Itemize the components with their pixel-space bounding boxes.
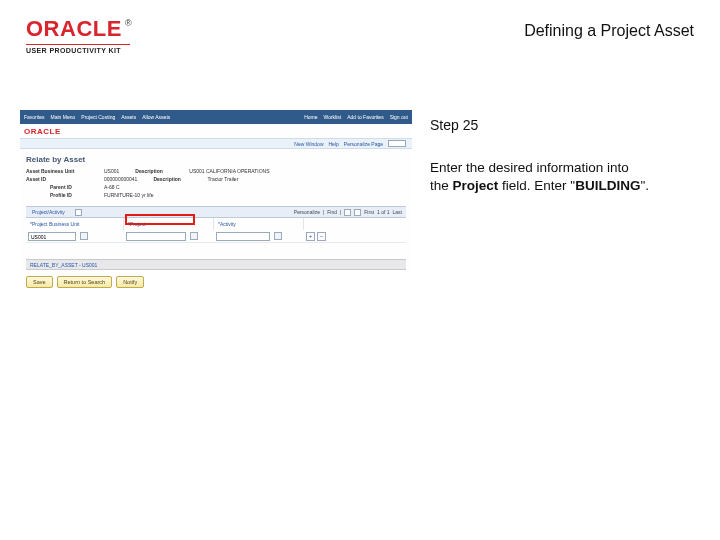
label-parent-id: Parent ID	[26, 184, 104, 190]
grid-tab-project-activity[interactable]: Project/Activity	[26, 209, 71, 215]
step-label: Step 25	[430, 117, 692, 133]
col-project-bu[interactable]: *Project Business Unit	[26, 218, 124, 230]
instr-line2e: ".	[640, 178, 649, 193]
oracle-mini-wordmark: ORACLE	[24, 127, 61, 136]
grid-last[interactable]: Last	[393, 209, 402, 215]
section-title: Relate by Asset	[26, 155, 406, 164]
label-asset-id: Asset ID	[26, 176, 104, 182]
nav-home[interactable]: Home	[304, 114, 317, 120]
grid-range: 1 of 1	[377, 209, 390, 215]
oracle-wordmark: ORACLE	[26, 16, 122, 42]
label-profile-id: Profile ID	[26, 192, 104, 198]
grid-personalize-link[interactable]: Personalize	[294, 209, 320, 215]
value-desc-2: Tractor Trailer	[207, 176, 238, 182]
product-line: USER PRODUCTIVITY KIT	[26, 44, 130, 54]
nav-project-costing[interactable]: Project Costing	[81, 114, 115, 120]
personalize-page-link[interactable]: Personalize Page	[344, 141, 383, 147]
expand-grid-icon[interactable]	[75, 209, 82, 216]
nav-add-favorites[interactable]: Add to Favorites	[347, 114, 383, 120]
label-asset-bu: Asset Business Unit	[26, 168, 104, 174]
activity-lookup-icon[interactable]	[274, 232, 282, 240]
grid-first[interactable]: First	[364, 209, 374, 215]
http-icon[interactable]	[388, 140, 406, 147]
activity-input[interactable]	[216, 232, 270, 241]
grid-find-link[interactable]: Find	[327, 209, 337, 215]
save-button[interactable]: Save	[26, 276, 53, 288]
project-bu-input[interactable]: US001	[28, 232, 76, 241]
value-profile-id: FURNITURE-10 yr life	[104, 192, 153, 198]
nav-allow-assets[interactable]: Allow Assets	[142, 114, 170, 120]
instr-line2c: field. Enter "	[498, 178, 575, 193]
zoom-icon[interactable]	[344, 209, 351, 216]
value-parent-id: A-68 C	[104, 184, 120, 190]
nav-worklist[interactable]: Worklist	[324, 114, 342, 120]
new-window-link[interactable]: New Window	[294, 141, 323, 147]
project-bu-lookup-icon[interactable]	[80, 232, 88, 240]
nav-signout[interactable]: Sign out	[390, 114, 408, 120]
col-activity[interactable]: *Activity	[214, 218, 304, 230]
help-link[interactable]: Help	[329, 141, 339, 147]
nav-assets[interactable]: Assets	[121, 114, 136, 120]
instr-value: BUILDING	[575, 178, 640, 193]
global-nav: Favorites Main Menu Project Costing Asse…	[20, 110, 412, 124]
registered-mark: ®	[125, 18, 132, 28]
value-desc-1: US001 CALIFORNIA OPERATIONS	[189, 168, 269, 174]
instr-line2a: the	[430, 178, 453, 193]
download-icon[interactable]	[354, 209, 361, 216]
nav-main-menu[interactable]: Main Menu	[51, 114, 76, 120]
page-title: Defining a Project Asset	[524, 22, 694, 40]
grid-column-headers: *Project Business Unit *Project *Activit…	[26, 218, 406, 230]
project-input[interactable]	[126, 232, 186, 241]
value-asset-bu: US001	[104, 168, 119, 174]
value-asset-id: 000000000041	[104, 176, 137, 182]
label-desc-2: Description	[153, 176, 207, 182]
return-to-search-button[interactable]: Return to Search	[57, 276, 113, 288]
notify-button[interactable]: Notify	[116, 276, 144, 288]
project-lookup-icon[interactable]	[190, 232, 198, 240]
app-brand-mini: ORACLE	[20, 124, 412, 138]
brand-block: ORACLE ® USER PRODUCTIVITY KIT	[26, 16, 130, 54]
add-row-icon[interactable]: +	[306, 232, 315, 241]
nav-favorites[interactable]: Favorites	[24, 114, 45, 120]
delete-row-icon[interactable]: −	[317, 232, 326, 241]
grid-row: US001 + −	[26, 230, 406, 243]
instr-field-name: Project	[453, 178, 499, 193]
oracle-logo: ORACLE ®	[26, 16, 130, 42]
instr-line1: Enter the desired information into	[430, 160, 629, 175]
page-toolbar: New Window Help Personalize Page	[20, 138, 412, 149]
grid-header: Project/Activity Personalize | Find | Fi…	[26, 206, 406, 218]
instruction-text: Enter the desired information into the P…	[430, 159, 692, 195]
col-project[interactable]: *Project	[124, 218, 214, 230]
label-desc-1: Description	[135, 168, 189, 174]
component-path-band: RELATE_BY_ASSET - US001	[26, 259, 406, 270]
instruction-panel: Step 25 Enter the desired information in…	[430, 117, 692, 195]
app-screenshot: Favorites Main Menu Project Costing Asse…	[20, 110, 412, 270]
